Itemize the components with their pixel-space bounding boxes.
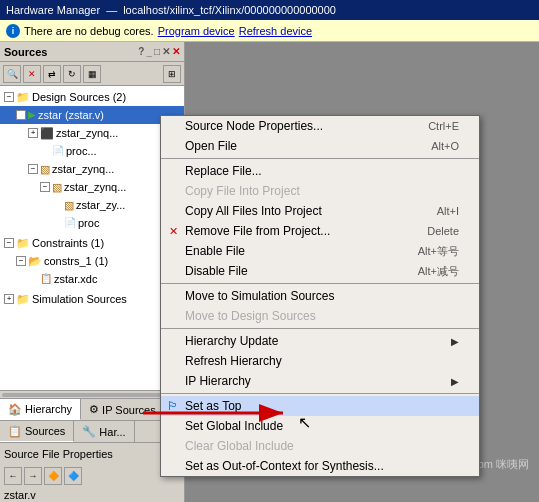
sources-tab-icon: 📋 <box>8 425 22 438</box>
sources-panel-title: Sources <box>4 46 47 58</box>
menu-item-label: Remove File from Project... <box>185 224 330 238</box>
ip-icon: ⬛ <box>40 125 54 141</box>
panel-detach[interactable]: ✕ <box>172 46 180 57</box>
menu-item-label: Replace File... <box>185 164 262 178</box>
menu-open-file[interactable]: Open File Alt+O <box>161 136 479 156</box>
search-btn[interactable]: 🔍 <box>3 65 21 83</box>
ip4-icon: ▧ <box>64 197 74 213</box>
expand-icon: − <box>16 256 26 266</box>
panel-maximize[interactable]: □ <box>154 46 160 57</box>
sources-toolbar: 🔍 ✕ ⇄ ↻ ▦ ⊞ <box>0 62 184 86</box>
refresh-device-link[interactable]: Refresh device <box>239 25 312 37</box>
menu-item-label: Clear Global Include <box>185 439 294 453</box>
tab-ip-icon: ⚙ <box>89 403 99 416</box>
menu-ip-hierarchy[interactable]: IP Hierarchy ▶ <box>161 371 479 391</box>
menu-item-label: Copy All Files Into Project <box>185 204 322 218</box>
props-value: zstar.v <box>0 488 184 502</box>
sources-tab-label: Sources <box>25 425 65 437</box>
menu-copy-all-files[interactable]: Copy All Files Into Project Alt+I <box>161 201 479 221</box>
menu-enable-file[interactable]: Enable File Alt+等号 <box>161 241 479 261</box>
tab-ip-label: IP Sources <box>102 404 156 416</box>
panel-close[interactable]: ✕ <box>162 46 170 57</box>
menu-item-label: Set as Out-of-Context for Synthesis... <box>185 459 384 473</box>
expand-icon: + <box>28 128 38 138</box>
panel-question[interactable]: ? <box>138 46 144 57</box>
menu-source-node-props[interactable]: Source Node Properties... Ctrl+E <box>161 116 479 136</box>
menu-replace-file[interactable]: Replace File... <box>161 161 479 181</box>
title-bar: Hardware Manager — localhost/xilinx_tcf/… <box>0 0 539 20</box>
tree-item[interactable]: − ▶ zstar (zstar.v) <box>0 106 184 124</box>
menu-set-as-top[interactable]: 🏳 Set as Top <box>161 396 479 416</box>
scroll-bar[interactable] <box>0 390 184 398</box>
options-btn[interactable]: ⊞ <box>163 65 181 83</box>
tree-item[interactable]: + ⬛ zstar_zynq... <box>0 124 184 142</box>
tree-label: proc... <box>66 143 97 159</box>
hardware-tab-icon: 🔧 <box>82 425 96 438</box>
expand-icon: − <box>4 238 14 248</box>
sources-panel: Sources ? _ □ ✕ ✕ 🔍 ✕ ⇄ ↻ ▦ ⊞ − 📁 <box>0 42 185 502</box>
tree-item[interactable]: − 📂 constrs_1 (1) <box>0 252 184 270</box>
menu-separator <box>161 158 479 159</box>
tab-hierarchy[interactable]: 🏠 Hierarchy <box>0 399 81 420</box>
add-btn[interactable]: ✕ <box>23 65 41 83</box>
menu-set-out-of-context[interactable]: Set as Out-of-Context for Synthesis... <box>161 456 479 476</box>
menu-shortcut: Alt+O <box>431 140 459 152</box>
panel-minimize[interactable]: _ <box>146 46 152 57</box>
props-forward-btn[interactable]: → <box>24 467 42 485</box>
menu-disable-file[interactable]: Disable File Alt+减号 <box>161 261 479 281</box>
sync-btn[interactable]: ⇄ <box>43 65 61 83</box>
sub-tabs: 📋 Sources 🔧 Har... <box>0 420 184 442</box>
program-device-link[interactable]: Program device <box>158 25 235 37</box>
menu-remove-file[interactable]: ✕ Remove File from Project... Delete <box>161 221 479 241</box>
props-icon1[interactable]: 🔶 <box>44 467 62 485</box>
folder-icon: 📁 <box>16 291 30 307</box>
menu-item-label: Copy File Into Project <box>185 184 300 198</box>
tree-item[interactable]: − 📁 Design Sources (2) <box>0 88 184 106</box>
tree-label: Constraints (1) <box>32 235 104 251</box>
bottom-tabs: 🏠 Hierarchy ⚙ IP Sources <box>0 398 184 420</box>
menu-move-design: Move to Design Sources <box>161 306 479 326</box>
tree-item[interactable]: 📄 proc... <box>0 142 184 160</box>
tree-item[interactable]: − ▧ zstar_zynq... <box>0 160 184 178</box>
tab-hardware[interactable]: 🔧 Har... <box>74 421 134 442</box>
tree-label: constrs_1 (1) <box>44 253 108 269</box>
tab-hierarchy-icon: 🏠 <box>8 403 22 416</box>
tree-label: Simulation Sources <box>32 291 127 307</box>
props-icon2[interactable]: 🔷 <box>64 467 82 485</box>
menu-hierarchy-update[interactable]: Hierarchy Update ▶ <box>161 331 479 351</box>
tab-sources[interactable]: 📋 Sources <box>0 421 74 442</box>
menu-refresh-hierarchy[interactable]: Refresh Hierarchy <box>161 351 479 371</box>
panel-title-area: Sources <box>4 46 47 58</box>
expand-icon: − <box>28 164 38 174</box>
ip3-icon: ▧ <box>52 179 62 195</box>
tab-hierarchy-label: Hierarchy <box>25 403 72 415</box>
tree-item[interactable]: ▧ zstar_zy... <box>0 196 184 214</box>
menu-shortcut: Alt+I <box>437 205 459 217</box>
filter-btn[interactable]: ▦ <box>83 65 101 83</box>
tree-label: zstar.xdc <box>54 271 97 287</box>
tree-item[interactable]: − ▧ zstar_zynq... <box>0 178 184 196</box>
tree-label: zstar_zynq... <box>64 179 126 195</box>
tree-label: zstar (zstar.v) <box>38 107 104 123</box>
menu-item-label: Refresh Hierarchy <box>185 354 282 368</box>
context-menu: Source Node Properties... Ctrl+E Open Fi… <box>160 115 480 477</box>
menu-set-global-include[interactable]: Set Global Include <box>161 416 479 436</box>
tree-item[interactable]: 📄 proc <box>0 214 184 232</box>
title-bar-label: Hardware Manager <box>6 4 100 16</box>
ip2-icon: ▧ <box>40 161 50 177</box>
tab-ip-sources[interactable]: ⚙ IP Sources <box>81 399 165 420</box>
tree-label: Design Sources (2) <box>32 89 126 105</box>
file-icon: 📄 <box>64 215 76 231</box>
menu-separator <box>161 328 479 329</box>
tree-item[interactable]: + 📁 Simulation Sources <box>0 290 184 308</box>
hardware-tab-label: Har... <box>99 426 125 438</box>
props-back-btn[interactable]: ← <box>4 467 22 485</box>
verilog-icon: ▶ <box>28 107 36 123</box>
menu-move-sim[interactable]: Move to Simulation Sources <box>161 286 479 306</box>
tree-item[interactable]: − 📁 Constraints (1) <box>0 234 184 252</box>
tree-item[interactable]: 📋 zstar.xdc <box>0 270 184 288</box>
menu-item-label: Set Global Include <box>185 419 283 433</box>
refresh-btn[interactable]: ↻ <box>63 65 81 83</box>
panel-controls: ? _ □ ✕ ✕ <box>138 46 180 57</box>
menu-separator <box>161 283 479 284</box>
